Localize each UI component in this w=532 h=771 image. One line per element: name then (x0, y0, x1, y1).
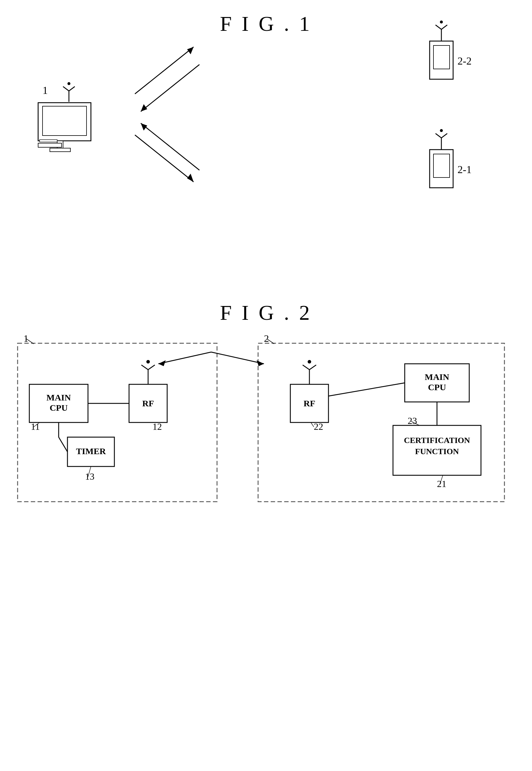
svg-text:CPU: CPU (50, 403, 68, 413)
svg-line-7 (63, 87, 69, 91)
svg-line-84 (211, 352, 264, 364)
svg-rect-5 (40, 140, 57, 142)
svg-text:RF: RF (142, 399, 154, 408)
svg-text:1: 1 (23, 333, 28, 344)
svg-text:TIMER: TIMER (76, 446, 106, 456)
svg-text:F I G . 2: F I G . 2 (220, 301, 312, 324)
svg-line-81 (328, 383, 405, 396)
svg-line-43 (267, 339, 274, 344)
svg-line-35 (170, 147, 199, 170)
svg-rect-63 (290, 384, 328, 423)
svg-line-8 (69, 87, 75, 91)
svg-rect-49 (67, 437, 114, 467)
svg-line-19 (436, 133, 441, 138)
svg-line-29 (170, 65, 199, 88)
svg-rect-1 (43, 106, 87, 135)
svg-text:CPU: CPU (428, 382, 446, 392)
svg-rect-0 (38, 103, 91, 141)
svg-rect-38 (18, 343, 217, 502)
svg-rect-3 (50, 148, 70, 152)
svg-marker-33 (187, 174, 194, 182)
svg-text:FUNCTION: FUNCTION (415, 447, 459, 456)
svg-text:MAIN: MAIN (46, 393, 71, 402)
svg-text:CERTIFICATION: CERTIFICATION (404, 436, 470, 445)
svg-line-28 (141, 88, 170, 111)
svg-marker-85 (257, 360, 264, 366)
svg-text:RF: RF (304, 399, 315, 408)
svg-point-21 (440, 129, 443, 132)
svg-rect-44 (29, 384, 88, 423)
svg-rect-2 (57, 141, 63, 150)
svg-text:22: 22 (314, 421, 323, 432)
svg-line-20 (441, 133, 447, 138)
svg-marker-86 (158, 360, 166, 366)
svg-line-32 (164, 158, 194, 182)
svg-line-80 (440, 475, 443, 484)
svg-marker-36 (141, 123, 147, 130)
svg-text:21: 21 (437, 479, 446, 489)
svg-point-9 (67, 82, 70, 85)
svg-marker-30 (141, 104, 147, 111)
svg-line-59 (88, 467, 91, 477)
svg-line-52 (141, 365, 148, 369)
svg-rect-15 (430, 41, 453, 79)
svg-rect-74 (393, 426, 481, 475)
svg-line-70 (311, 423, 314, 427)
svg-text:MAIN: MAIN (425, 372, 449, 382)
svg-line-25 (135, 70, 164, 94)
svg-text:23: 23 (408, 416, 417, 426)
fig1-title: F I G . 1 (0, 12, 532, 36)
svg-line-78 (411, 421, 419, 426)
svg-line-62 (59, 437, 67, 452)
svg-text:1: 1 (43, 84, 48, 96)
svg-line-34 (141, 123, 170, 147)
svg-text:13: 13 (85, 471, 94, 482)
svg-line-83 (158, 352, 211, 364)
svg-text:12: 12 (153, 421, 162, 432)
svg-text:2-1: 2-1 (458, 164, 472, 175)
svg-text:11: 11 (31, 421, 40, 432)
svg-rect-4 (38, 143, 62, 147)
svg-text:2-2: 2-2 (458, 55, 472, 67)
svg-rect-22 (430, 150, 453, 188)
svg-line-41 (26, 339, 34, 344)
svg-point-68 (308, 360, 311, 363)
svg-rect-71 (405, 364, 469, 402)
svg-rect-16 (433, 45, 450, 69)
svg-point-54 (146, 360, 150, 363)
svg-line-57 (34, 423, 40, 427)
svg-line-66 (303, 365, 309, 369)
svg-line-31 (135, 135, 164, 158)
svg-line-53 (148, 365, 155, 369)
svg-rect-47 (129, 384, 167, 423)
svg-marker-27 (187, 47, 194, 54)
svg-line-67 (309, 365, 316, 369)
svg-rect-39 (258, 343, 504, 502)
svg-rect-23 (433, 154, 450, 177)
svg-text:2: 2 (264, 333, 269, 344)
svg-line-26 (164, 47, 194, 70)
